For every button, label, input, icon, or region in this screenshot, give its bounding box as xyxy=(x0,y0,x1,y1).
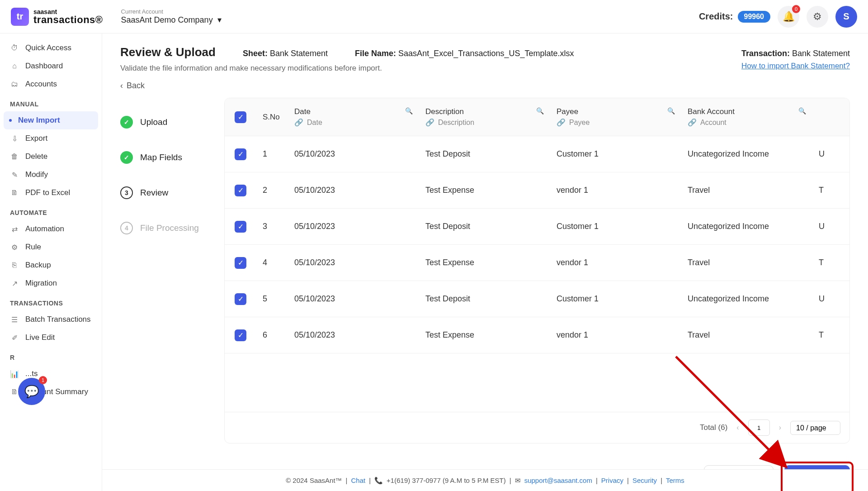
table-row[interactable]: ✓605/10/2023Test Expensevendor 1TravelT xyxy=(225,317,849,353)
credits-pill: 99960 xyxy=(738,11,771,23)
sidebar-icon: ⏱ xyxy=(10,44,19,52)
footer-chat[interactable]: Chat xyxy=(351,477,366,484)
step-label: Upload xyxy=(140,117,167,127)
footer-privacy[interactable]: Privacy xyxy=(601,477,623,484)
cell-bank-account: Uncategorized Income xyxy=(681,290,812,308)
col-date-sub: Date xyxy=(307,119,322,127)
sidebar-item-backup[interactable]: ⎘Backup xyxy=(4,256,98,274)
table-row[interactable]: ✓105/10/2023Test DepositCustomer 1Uncate… xyxy=(225,136,849,172)
brand-logo[interactable]: tr saasant transactions® xyxy=(11,8,103,26)
chat-fab[interactable]: 💬 1 xyxy=(18,378,45,405)
step-label: File Processing xyxy=(140,223,199,233)
notifications-badge: 0 xyxy=(792,5,800,13)
back-button[interactable]: ‹ Back xyxy=(120,81,850,91)
search-icon[interactable]: 🔍 xyxy=(536,107,544,116)
sidebar-icon: ⇩ xyxy=(10,134,19,143)
cell-date: 05/10/2023 xyxy=(288,326,419,344)
select-all-checkbox[interactable]: ✓ xyxy=(235,111,246,123)
next-page-button[interactable]: › xyxy=(779,424,781,432)
sidebar-item-label: Rule xyxy=(25,243,41,252)
file-value: SaasAnt_Excel_Transactions_US_Template.x… xyxy=(398,49,574,58)
sidebar-item-delete[interactable]: 🗑Delete xyxy=(4,148,98,166)
sidebar-item-pdf-to-excel[interactable]: 🗎PDF to Excel xyxy=(4,184,98,202)
file-label: File Name: xyxy=(355,49,396,58)
row-checkbox[interactable]: ✓ xyxy=(235,257,246,269)
footer-phone: +1(619) 377-0977 (9 A.M to 5 P.M EST) xyxy=(387,477,506,484)
col-payee-sub: Payee xyxy=(569,119,590,127)
cell-bank-account: Uncategorized Income xyxy=(681,145,812,163)
sidebar-item-accounts[interactable]: 🗂Accounts xyxy=(4,75,98,93)
cell-payee: vendor 1 xyxy=(550,326,681,344)
sidebar-item-new-import[interactable]: New Import xyxy=(4,111,98,129)
sidebar-item-migration[interactable]: ↗Migration xyxy=(4,274,98,292)
cell-sno: 6 xyxy=(256,326,288,344)
sidebar-item-label: Backup xyxy=(25,261,51,270)
page-input[interactable] xyxy=(748,419,770,436)
step-review: 3Review xyxy=(120,186,224,199)
sidebar-item-export[interactable]: ⇩Export xyxy=(4,129,98,148)
cell-description: Test Deposit xyxy=(419,145,550,163)
review-table: ✓ S.No Date🔍 🔗Date Description🔍 🔗Descrip… xyxy=(224,98,850,443)
total-count: Total (6) xyxy=(700,423,727,432)
cell-extra: T xyxy=(812,253,840,272)
bell-icon: 🔔 xyxy=(783,11,795,23)
settings-button[interactable]: ⚙ xyxy=(807,6,828,28)
sidebar-item-rule[interactable]: ⚙Rule xyxy=(4,238,98,256)
sidebar-item-label: Batch Transactions xyxy=(25,315,91,324)
table-row[interactable]: ✓405/10/2023Test Expensevendor 1TravelT xyxy=(225,245,849,281)
sidebar-icon: 📊 xyxy=(10,370,19,378)
page-subtitle: Validate the file information and make n… xyxy=(120,64,382,73)
row-checkbox[interactable]: ✓ xyxy=(235,293,246,305)
sidebar-item-automation[interactable]: ⇄Automation xyxy=(4,220,98,238)
sidebar-icon: ⇄ xyxy=(10,225,19,234)
sidebar-item-batch-transactions[interactable]: ☰Batch Transactions xyxy=(4,310,98,329)
table-row[interactable]: ✓505/10/2023Test DepositCustomer 1Uncate… xyxy=(225,281,849,317)
chevron-left-icon: ‹ xyxy=(120,81,123,91)
sidebar-item-quick-access[interactable]: ⏱Quick Access xyxy=(4,39,98,57)
sidebar-icon: 🗎 xyxy=(10,189,19,197)
cell-payee: Customer 1 xyxy=(550,217,681,236)
row-checkbox[interactable]: ✓ xyxy=(235,185,246,196)
mail-icon: ✉ xyxy=(515,477,521,485)
notifications-button[interactable]: 🔔 0 xyxy=(778,6,799,28)
cell-payee: Customer 1 xyxy=(550,145,681,163)
sheet-value: Bank Statement xyxy=(270,49,328,58)
col-description-sub: Description xyxy=(438,119,474,127)
cell-bank-account: Travel xyxy=(681,326,812,344)
account-switcher[interactable]: Current Account SaasAnt Demo Company ▾ xyxy=(121,8,222,25)
sidebar-section-manual: MANUAL xyxy=(4,93,98,111)
prev-page-button[interactable]: ‹ xyxy=(736,424,739,432)
row-checkbox[interactable]: ✓ xyxy=(235,221,246,233)
row-checkbox[interactable]: ✓ xyxy=(235,148,246,160)
search-icon[interactable]: 🔍 xyxy=(667,107,675,116)
table-row[interactable]: ✓205/10/2023Test Expensevendor 1TravelT xyxy=(225,172,849,209)
sidebar-icon: ✎ xyxy=(10,171,19,179)
sidebar-section-transactions: TRANSACTIONS xyxy=(4,292,98,310)
cell-sno: 2 xyxy=(256,181,288,200)
chat-badge: 1 xyxy=(39,376,47,384)
cell-extra: U xyxy=(812,217,840,236)
table-row[interactable]: ✓305/10/2023Test DepositCustomer 1Uncate… xyxy=(225,209,849,245)
footer-email[interactable]: support@saasant.com xyxy=(524,477,592,484)
row-checkbox[interactable]: ✓ xyxy=(235,329,246,341)
sidebar-item-dashboard[interactable]: ⌂Dashboard xyxy=(4,57,98,75)
search-icon[interactable]: 🔍 xyxy=(405,107,413,116)
search-icon[interactable]: 🔍 xyxy=(798,107,806,116)
footer-security[interactable]: Security xyxy=(632,477,657,484)
sidebar-item-live-edit[interactable]: ✐Live Edit xyxy=(4,329,98,347)
sheet-label: Sheet: xyxy=(243,49,268,58)
sidebar: ⏱Quick Access⌂Dashboard🗂Accounts MANUAL … xyxy=(0,33,102,491)
avatar[interactable]: S xyxy=(835,6,857,28)
footer-terms[interactable]: Terms xyxy=(666,477,684,484)
cell-extra: T xyxy=(812,181,840,200)
stepper: ✓Upload✓Map Fields3Review4File Processin… xyxy=(120,98,224,443)
sidebar-item-modify[interactable]: ✎Modify xyxy=(4,166,98,184)
page-size-select[interactable]: 10 / page xyxy=(790,421,840,435)
step-label: Review xyxy=(140,188,168,198)
cell-sno: 1 xyxy=(256,145,288,163)
sidebar-item-...ts[interactable]: 📊...ts xyxy=(4,365,98,383)
help-link[interactable]: How to import Bank Statement? xyxy=(741,62,850,71)
back-label: Back xyxy=(127,81,145,91)
cell-bank-account: Uncategorized Income xyxy=(681,217,812,236)
sidebar-section-reports: R xyxy=(4,347,98,365)
